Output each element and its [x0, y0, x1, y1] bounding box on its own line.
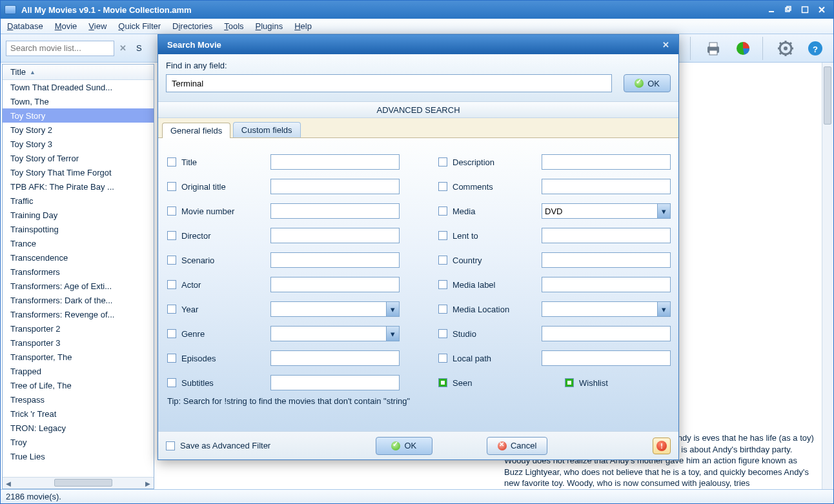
cancel-icon: [498, 441, 507, 450]
save-as-filter-label: Save as Advanced Filter: [180, 441, 270, 450]
find-input[interactable]: [166, 74, 612, 92]
checkbox[interactable]: [438, 182, 447, 191]
dialog-cancel-button[interactable]: Cancel: [487, 437, 547, 455]
advanced-header: ADVANCED SEARCH: [158, 101, 678, 118]
field-input-movie-number[interactable]: [270, 203, 400, 219]
field-input-lent-to[interactable]: [542, 228, 671, 243]
field-check-media[interactable]: Media: [438, 207, 542, 216]
field-check-genre[interactable]: Genre: [167, 329, 270, 339]
checkbox[interactable]: [438, 305, 447, 314]
search-tip: Tip: Search for !string to find the movi…: [167, 395, 671, 406]
field-input-title[interactable]: [270, 154, 400, 170]
checkbox[interactable]: [438, 231, 447, 240]
checkbox[interactable]: [167, 354, 176, 363]
field-input-studio[interactable]: [542, 326, 671, 341]
checkbox[interactable]: [438, 256, 447, 265]
warning-button[interactable]: !: [653, 438, 671, 454]
field-check-lent-to[interactable]: Lent to: [438, 231, 542, 241]
field-check-wishlist[interactable]: Wishlist: [542, 378, 671, 388]
tab-custom-fields[interactable]: Custom fields: [233, 122, 301, 137]
checkbox[interactable]: [167, 329, 176, 338]
field-check-local-path[interactable]: Local path: [438, 354, 542, 363]
app-window: All My Movies v9.1 - Movie Collection.am…: [0, 0, 834, 504]
field-input-episodes[interactable]: [270, 350, 400, 366]
checkbox[interactable]: [438, 354, 447, 363]
dialog-footer: Save as Advanced Filter OK Cancel !: [158, 431, 678, 459]
dialog-overlay: Search Movie ✕ Find in any field: OK ADV…: [0, 0, 834, 504]
field-select-media-location[interactable]: ▾: [542, 301, 671, 317]
field-check-year[interactable]: Year: [167, 305, 270, 314]
field-check-seen[interactable]: Seen: [438, 378, 542, 388]
checkbox[interactable]: [167, 280, 176, 289]
field-check-media-location[interactable]: Media Location: [438, 305, 542, 314]
checkbox[interactable]: [167, 157, 176, 166]
field-label: Local path: [453, 354, 491, 363]
field-input-description[interactable]: [542, 154, 671, 170]
dialog-cancel-label: Cancel: [511, 441, 536, 450]
tab-general-fields[interactable]: General fields: [162, 123, 230, 138]
field-check-original-title[interactable]: Original title: [167, 182, 270, 192]
field-label: Original title: [181, 182, 226, 192]
checkbox[interactable]: [438, 207, 447, 216]
checkbox-wishlist[interactable]: [565, 378, 574, 387]
field-check-studio[interactable]: Studio: [438, 329, 542, 339]
save-as-filter-checkbox[interactable]: Save as Advanced Filter: [166, 441, 270, 450]
field-check-subtitles[interactable]: Subtitles: [167, 378, 270, 388]
field-label: Wishlist: [579, 378, 608, 388]
field-check-description[interactable]: Description: [438, 157, 542, 167]
field-input-original-title[interactable]: [270, 179, 400, 194]
search-movie-dialog: Search Movie ✕ Find in any field: OK ADV…: [158, 34, 679, 460]
field-select-year[interactable]: ▾: [270, 301, 400, 317]
field-select-media[interactable]: DVD▾: [542, 203, 671, 219]
field-check-country[interactable]: Country: [438, 256, 542, 265]
field-check-director[interactable]: Director: [167, 231, 270, 241]
check-icon: [391, 441, 400, 450]
dialog-titlebar: Search Movie ✕: [158, 35, 678, 54]
field-input-actor[interactable]: [270, 277, 400, 292]
checkbox[interactable]: [438, 157, 447, 166]
find-label: Find in any field:: [166, 61, 227, 70]
field-label: Title: [181, 157, 197, 167]
field-label: Media label: [453, 280, 496, 290]
field-check-comments[interactable]: Comments: [438, 182, 542, 192]
field-check-scenario[interactable]: Scenario: [167, 256, 270, 265]
field-check-movie-number[interactable]: Movie number: [167, 207, 270, 216]
field-label: Subtitles: [181, 378, 214, 388]
field-label: Genre: [181, 329, 205, 339]
field-label: Episodes: [181, 354, 216, 363]
field-label: Comments: [453, 182, 493, 192]
checkbox[interactable]: [167, 231, 176, 240]
field-input-director[interactable]: [270, 228, 400, 243]
field-label: Studio: [453, 329, 476, 339]
chevron-down-icon: ▾: [386, 327, 399, 341]
field-input-scenario[interactable]: [270, 252, 400, 268]
field-input-local-path[interactable]: [542, 350, 671, 366]
field-select-genre[interactable]: ▾: [270, 326, 400, 341]
checkbox[interactable]: [167, 256, 176, 265]
checkbox[interactable]: [167, 207, 176, 216]
field-check-episodes[interactable]: Episodes: [167, 354, 270, 363]
dialog-title: Search Movie: [167, 40, 221, 50]
field-check-title[interactable]: Title: [167, 157, 270, 167]
dialog-ok-button[interactable]: OK: [376, 437, 432, 455]
field-input-country[interactable]: [542, 252, 671, 268]
checkbox[interactable]: [438, 280, 447, 289]
checkbox[interactable]: [167, 182, 176, 191]
field-input-subtitles[interactable]: [270, 375, 400, 390]
checkbox[interactable]: [438, 329, 447, 338]
checkbox-seen[interactable]: [438, 378, 447, 387]
checkbox[interactable]: [167, 378, 176, 387]
field-input-comments[interactable]: [542, 179, 671, 194]
ok-label: OK: [647, 79, 660, 88]
field-input-media-label[interactable]: [542, 277, 671, 292]
field-check-actor[interactable]: Actor: [167, 280, 270, 290]
checkbox[interactable]: [167, 305, 176, 314]
save-as-filter-box[interactable]: [166, 441, 175, 450]
field-label: Movie number: [181, 207, 234, 216]
field-label: Year: [181, 305, 198, 314]
fields-grid: TitleDescriptionOriginal titleCommentsMo…: [158, 138, 678, 431]
find-ok-button[interactable]: OK: [624, 74, 671, 92]
dialog-close-button[interactable]: ✕: [662, 40, 669, 50]
field-check-media-label[interactable]: Media label: [438, 280, 542, 290]
field-label: Seen: [453, 378, 472, 388]
